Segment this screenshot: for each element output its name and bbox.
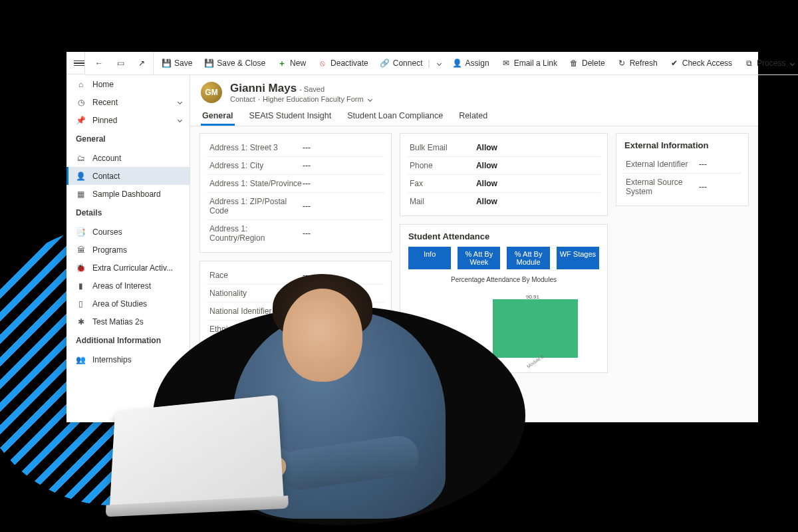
connect-icon: 🔗: [380, 59, 390, 68]
field-label: Address 1: City: [209, 161, 303, 170]
activities-icon: 🐞: [76, 263, 86, 273]
form-name[interactable]: Higher Education Faculty Form: [263, 95, 364, 103]
field-row[interactable]: MailAllow: [407, 192, 600, 210]
refresh-icon: ↻: [617, 59, 626, 68]
dashboard-icon: ▦: [76, 189, 86, 199]
sidebar-item-home[interactable]: ⌂Home: [66, 75, 190, 93]
deactivate-button[interactable]: ⦸Deactivate: [313, 52, 374, 74]
att-btn-week[interactable]: % Att By Week: [458, 247, 500, 269]
external-title: External Information: [624, 140, 741, 150]
mail-icon: ✉: [501, 59, 511, 68]
contact-icon: 👤: [76, 171, 86, 181]
sidebar-item-sample-dashboard[interactable]: ▦Sample Dashboard: [66, 185, 190, 203]
save-button[interactable]: 💾Save: [156, 52, 198, 74]
chevron-down-icon: [790, 61, 795, 65]
field-label: Address 1: ZIP/Postal Code: [209, 197, 303, 215]
attendance-buttons: Info % Att By Week % Att By Module WF St…: [408, 247, 599, 269]
sidebar-header-details: Details: [66, 203, 190, 223]
back-button[interactable]: ←: [89, 52, 109, 74]
sidebar-item-account[interactable]: 🗂Account: [66, 149, 190, 167]
field-row[interactable]: Address 1: Street 3---: [207, 139, 384, 156]
sidebar-item-courses[interactable]: 📑Courses: [66, 223, 190, 241]
field-row[interactable]: Address 1: ZIP/Postal Code---: [207, 192, 384, 219]
deactivate-icon: ⦸: [318, 59, 327, 68]
home-icon: ⌂: [76, 79, 86, 89]
account-icon: 🗂: [76, 153, 86, 163]
field-label: External Source System: [626, 178, 699, 196]
field-row[interactable]: External Source System---: [623, 173, 741, 200]
tab-seats-insight[interactable]: SEAtS Student Insight: [248, 106, 333, 126]
att-btn-module[interactable]: % Att By Module: [507, 247, 549, 269]
panel-button[interactable]: ▭: [110, 52, 130, 74]
chart-bar-2: [493, 299, 578, 358]
avatar: GM: [201, 82, 222, 103]
email-link-button[interactable]: ✉Email a Link: [496, 52, 563, 74]
field-row[interactable]: PhoneAllow: [407, 156, 600, 174]
field-value[interactable]: ---: [699, 182, 739, 192]
field-label: Address 1: State/Province: [209, 179, 303, 188]
sidebar-item-pinned[interactable]: 📌Pinned: [66, 111, 190, 129]
process-icon: ⧉: [744, 59, 753, 68]
tab-general[interactable]: General: [201, 106, 235, 126]
refresh-button[interactable]: ↻Refresh: [612, 52, 663, 74]
field-value[interactable]: ---: [699, 160, 739, 169]
field-value[interactable]: Allow: [476, 143, 598, 152]
delete-button[interactable]: 🗑Delete: [564, 52, 610, 74]
field-label: Race: [209, 271, 303, 280]
chevron-down-icon: [178, 100, 182, 104]
field-label: Mail: [410, 197, 476, 206]
sidebar-item-extra-curricular[interactable]: 🐞Extra Curricular Activ...: [66, 259, 190, 277]
field-row[interactable]: Address 1: City---: [207, 156, 384, 174]
external-info-card: External Information External Identifier…: [616, 133, 749, 206]
person-illustration: [80, 279, 452, 519]
sidebar-item-programs[interactable]: 🏛Programs: [66, 241, 190, 259]
field-label: Bulk Email: [410, 143, 476, 152]
field-row[interactable]: Address 1: State/Province---: [207, 174, 384, 192]
field-value[interactable]: ---: [303, 201, 382, 211]
field-value[interactable]: ---: [303, 179, 382, 188]
chart-bar-2-label: 90.91: [526, 294, 539, 300]
field-value[interactable]: ---: [303, 143, 382, 152]
connect-button[interactable]: 🔗Connect|: [375, 52, 446, 74]
field-label: Address 1: Country/Region: [209, 224, 303, 243]
assign-icon: 👤: [453, 59, 462, 68]
save-close-icon: 💾: [204, 59, 213, 68]
sidebar-item-contact[interactable]: 👤Contact: [66, 167, 190, 185]
field-value[interactable]: Allow: [476, 179, 598, 188]
entity-name: Contact: [230, 95, 255, 103]
trash-icon: 🗑: [569, 59, 579, 68]
field-label: Phone: [410, 161, 476, 170]
field-value[interactable]: ---: [303, 161, 382, 170]
courses-icon: 📑: [76, 227, 86, 237]
save-close-button[interactable]: 💾Save & Close: [199, 52, 271, 74]
field-row[interactable]: FaxAllow: [407, 174, 600, 192]
address-card: Address 1: Street 3---Address 1: City---…: [200, 133, 392, 253]
command-bar: ← ▭ ↗ 💾Save 💾Save & Close ＋New ⦸Deactiva…: [85, 52, 798, 75]
att-btn-info[interactable]: Info: [408, 247, 451, 269]
field-row[interactable]: Address 1: Country/Region---: [207, 219, 384, 247]
assign-button[interactable]: 👤Assign: [448, 52, 495, 74]
tab-related[interactable]: Related: [458, 106, 489, 126]
field-row[interactable]: External Identifier---: [623, 156, 741, 173]
contact-pref-card: Bulk EmailAllowPhoneAllowFaxAllowMailAll…: [400, 133, 608, 216]
field-row[interactable]: Bulk EmailAllow: [407, 139, 600, 156]
new-button[interactable]: ＋New: [272, 52, 311, 74]
saved-tag: - Saved: [299, 85, 325, 93]
open-new-button[interactable]: ↗: [132, 52, 154, 74]
chevron-down-icon: [437, 61, 442, 65]
field-value[interactable]: ---: [303, 229, 382, 238]
field-label: Address 1: Street 3: [209, 143, 303, 152]
hamburger-icon[interactable]: [74, 59, 84, 67]
sidebar-item-recent[interactable]: ◷Recent: [66, 93, 190, 111]
record-name: Gianni Mays: [230, 82, 297, 94]
att-btn-wf[interactable]: WF Stages: [557, 247, 599, 269]
field-value[interactable]: Allow: [476, 197, 598, 206]
field-label: Fax: [410, 179, 476, 188]
check-access-button[interactable]: ✔Check Access: [664, 52, 737, 74]
chevron-down-icon: [368, 96, 372, 101]
field-value[interactable]: Allow: [476, 161, 598, 170]
tab-loan-compliance[interactable]: Student Loan Compliance: [346, 106, 444, 126]
field-label: External Identifier: [626, 160, 699, 169]
save-icon: 💾: [162, 59, 171, 68]
process-button[interactable]: ⧉Process: [739, 52, 798, 74]
